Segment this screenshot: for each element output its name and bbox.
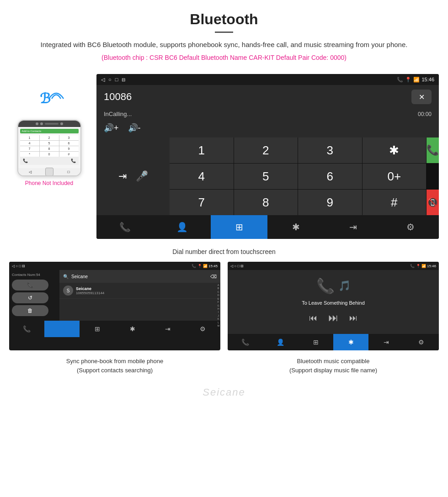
main-status-bar: ◁ ○ □ ⊟ 📞 📍 📶 15:46 xyxy=(96,74,439,85)
key-1[interactable]: 1 xyxy=(170,137,234,163)
contacts-status-left: ◁ ○ □ ⊟ xyxy=(12,264,25,268)
status-right-icons: 📞 📍 📶 15:46 xyxy=(397,77,434,83)
search-value[interactable]: Seicane xyxy=(71,274,208,279)
bottom-screens-row: ◁ ○ □ ⊟ 📞 📍 📶 15:45 Contacts Num:54 📞 ↺ … xyxy=(0,262,448,350)
music-status-bar: ◁ ○ □ ⊟ 📞 📍 📶 15:46 xyxy=(228,262,439,270)
mini-nav-transfer[interactable]: ⇥ xyxy=(150,321,185,337)
notif-icon: ⊟ xyxy=(122,77,125,82)
main-android-screen: ◁ ○ □ ⊟ 📞 📍 📶 15:46 10086 ✕ InCalling...… xyxy=(96,74,439,239)
key-9[interactable]: 9 xyxy=(298,190,362,215)
nav-settings[interactable]: ⚙ xyxy=(382,215,439,239)
key-7[interactable]: 7 xyxy=(170,190,234,215)
play-pause-button[interactable]: ⏭ xyxy=(328,312,338,324)
contacts-left-panel: Contacts Num:54 📞 ↺ 🗑 xyxy=(9,270,59,321)
nav-bluetooth[interactable]: ✱ xyxy=(267,215,325,239)
music-icon-area: 📞 🎵 xyxy=(316,277,351,295)
music-status-left: ◁ ○ □ ⊟ xyxy=(230,264,244,268)
keypad-area: ⇥ 🎤 1 2 3 ✱ 4 5 6 0+ 7 8 9 # 📞 xyxy=(96,137,439,215)
phone-screen: Add to Contacts 123 456 789 *0# 📞 📞 xyxy=(18,127,80,168)
contacts-screen: ◁ ○ □ ⊟ 📞 📍 📶 15:45 Contacts Num:54 📞 ↺ … xyxy=(9,262,220,350)
music-nav-bt[interactable]: ✱ xyxy=(333,334,368,350)
call-info-row: InCalling... 00:00 xyxy=(96,109,439,121)
main-bottom-nav: 📞 👤 ⊞ ✱ ⇥ ⚙ xyxy=(96,215,439,239)
phone-top-bar xyxy=(18,121,80,127)
contacts-count: Contacts Num:54 xyxy=(12,273,57,277)
key-star[interactable]: ✱ xyxy=(363,137,427,163)
contacts-body: Contacts Num:54 📞 ↺ 🗑 🔍 Seicane ⌫ S Seic… xyxy=(9,270,220,321)
music-nav-dialpad[interactable]: ⊞ xyxy=(298,334,333,350)
recents-icon: □ xyxy=(115,77,118,82)
vol-up-button[interactable]: 🔊+ xyxy=(104,123,119,133)
bottom-captions: Sync phone-book from mobile phone(Suppor… xyxy=(0,355,448,384)
contacts-bottom-nav: 📞 👤 ⊞ ✱ ⇥ ⚙ xyxy=(9,321,220,337)
dial-number: 10086 xyxy=(104,91,132,103)
seicane-watermark: Seicane xyxy=(0,384,448,401)
home-icon: ○ xyxy=(108,77,112,82)
music-nav-call[interactable]: 📞 xyxy=(228,334,263,350)
call-button[interactable]: 📞 xyxy=(427,137,439,163)
contacts-right-panel: 🔍 Seicane ⌫ S Seicane 10655059113144 A B… xyxy=(59,270,220,321)
music-bottom-nav: 📞 👤 ⊞ ✱ ⇥ ⚙ xyxy=(228,334,439,350)
nav-transfer[interactable]: ⇥ xyxy=(325,215,382,239)
contacts-search-bar: 🔍 Seicane ⌫ xyxy=(59,270,220,283)
mini-nav-dialpad[interactable]: ⊞ xyxy=(80,321,115,337)
music-nav-contacts[interactable]: 👤 xyxy=(263,334,298,350)
key-3[interactable]: 3 xyxy=(298,137,362,163)
nav-dialpad[interactable]: ⊞ xyxy=(211,215,268,239)
phone-device-mockup: Add to Contacts 123 456 789 *0# 📞 📞 ◁ □ xyxy=(17,120,81,176)
specs-text: (Bluetooth chip : CSR BC6 Default Blueto… xyxy=(18,54,430,61)
music-note-icon: 🎵 xyxy=(338,280,351,292)
search-icon: 🔍 xyxy=(63,274,69,279)
vol-down-button[interactable]: 🔊- xyxy=(128,123,141,133)
prev-track-button[interactable]: ⏮ xyxy=(309,313,317,323)
location-icon: 📍 xyxy=(405,77,411,83)
end-call-button[interactable]: 📵 xyxy=(427,190,439,215)
phone-label: Phone Not Included xyxy=(25,180,73,186)
nav-call[interactable]: 📞 xyxy=(96,215,154,239)
time-display: 15:46 xyxy=(421,77,434,82)
keypad-grid: 1 2 3 ✱ 4 5 6 0+ 7 8 9 # 📞 📵 xyxy=(170,137,439,215)
music-song-title: To Leave Something Behind xyxy=(302,300,365,306)
mini-nav-settings[interactable]: ⚙ xyxy=(185,321,220,337)
contacts-status-bar: ◁ ○ □ ⊟ 📞 📍 📶 15:45 xyxy=(9,262,220,270)
call-status: InCalling... xyxy=(104,111,132,117)
status-left-icons: ◁ ○ □ ⊟ xyxy=(101,77,125,83)
volume-controls: 🔊+ 🔊- xyxy=(96,121,439,137)
phone-illustration: ℬ Add to Contacts 123 456 789 *0# xyxy=(9,74,89,186)
contacts-status-right: 📞 📍 📶 15:45 xyxy=(192,264,218,268)
call-action-btn[interactable]: 📞 xyxy=(12,280,48,291)
mini-nav-call[interactable]: 📞 xyxy=(9,321,44,337)
sync-action-btn[interactable]: ↺ xyxy=(12,292,48,303)
key-6[interactable]: 6 xyxy=(298,164,362,189)
page-title: Bluetooth xyxy=(18,11,430,28)
keypad-icons-top: ⇥ 🎤 xyxy=(118,170,148,182)
phone-dial-grid: 123 456 789 *0# xyxy=(20,135,79,157)
contact-list-item[interactable]: S Seicane 10655059113144 xyxy=(59,283,220,299)
mini-nav-contacts[interactable]: 👤 xyxy=(44,321,80,337)
bt-wave-svg xyxy=(47,89,65,109)
music-nav-transfer[interactable]: ⇥ xyxy=(368,334,404,350)
main-caption: Dial number direct from touchscreen xyxy=(0,244,448,262)
phone-add-contact-label: Add to Contacts xyxy=(20,129,79,133)
bluetooth-waves: ℬ xyxy=(33,88,65,115)
mic-icon[interactable]: 🎤 xyxy=(136,170,148,182)
call-timer: 00:00 xyxy=(418,111,432,117)
key-hash[interactable]: # xyxy=(363,190,427,215)
nav-contacts[interactable]: 👤 xyxy=(154,215,211,239)
next-track-button[interactable]: ⏭ xyxy=(349,313,357,323)
backspace-button[interactable]: ✕ xyxy=(411,90,432,104)
backspace-icon[interactable]: ⌫ xyxy=(210,274,217,279)
key-5[interactable]: 5 xyxy=(234,164,298,189)
key-2[interactable]: 2 xyxy=(234,137,298,163)
music-nav-settings[interactable]: ⚙ xyxy=(404,334,439,350)
call-icon: 📞 xyxy=(397,77,403,83)
key-4[interactable]: 4 xyxy=(170,164,234,189)
key-0plus[interactable]: 0+ xyxy=(363,164,427,189)
music-playback-controls: ⏮ ⏭ ⏭ xyxy=(309,312,357,324)
key-8[interactable]: 8 xyxy=(234,190,298,215)
delete-action-btn[interactable]: 🗑 xyxy=(12,305,48,316)
contact-phone: 10655059113144 xyxy=(76,291,104,295)
mini-nav-bt[interactable]: ✱ xyxy=(115,321,150,337)
contacts-caption: Sync phone-book from mobile phone(Suppor… xyxy=(9,357,220,375)
transfer-icon[interactable]: ⇥ xyxy=(118,170,127,182)
